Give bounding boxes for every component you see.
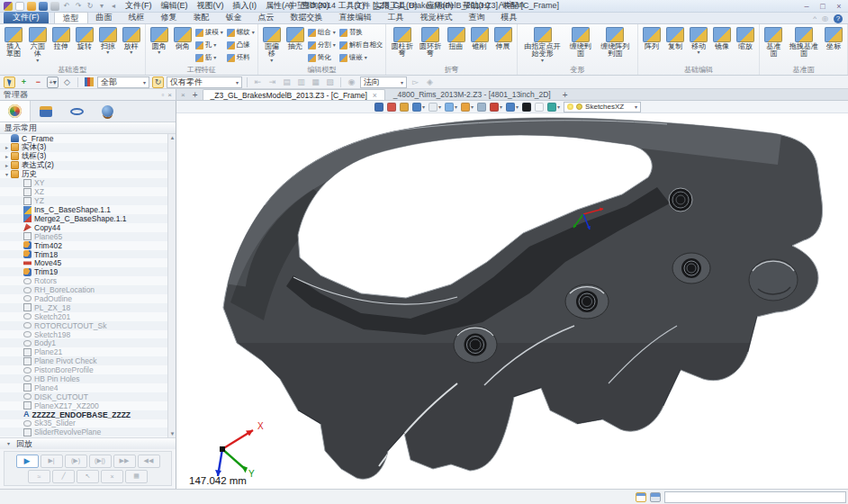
plane-display-icon[interactable]: ▾ [445, 103, 457, 112]
minimize-button[interactable]: – [801, 2, 812, 11]
ribbon-tab-模具[interactable]: 模具 [493, 12, 526, 23]
ribbon-button-凸缘[interactable]: 凸缘 [227, 39, 255, 51]
new-document-button[interactable]: + [563, 90, 568, 100]
print-icon[interactable] [50, 2, 59, 11]
panel-icon[interactable] [650, 492, 661, 502]
close-panel-icon[interactable]: × [167, 91, 172, 99]
ribbon-tab-装配[interactable]: 装配 [185, 12, 218, 23]
ribbon-button-面偏移[interactable]: 面偏移▾ [261, 25, 283, 64]
ribbon-button-基准面[interactable]: 基准面 [762, 25, 785, 59]
chevron-right-icon[interactable]: ▸ [3, 153, 11, 159]
ribbon-button-伸展[interactable]: 伸展 [492, 25, 514, 51]
rewind-button[interactable]: ◀◀ [138, 454, 160, 468]
tree-item-Sketch198[interactable]: Sketch198 [0, 330, 167, 339]
ribbon-button-移动[interactable]: 移动▾ [688, 25, 709, 56]
replay-section-header[interactable]: ▾ 回放 [0, 437, 176, 449]
ribbon-button-螺纹[interactable]: 螺纹▾ [227, 26, 255, 39]
ribbon-tab-直接编辑[interactable]: 直接编辑 [331, 12, 380, 23]
zoom-extents-icon[interactable] [477, 103, 486, 112]
ribbon-tab-查询[interactable]: 查询 [461, 12, 493, 23]
tab-history-manager[interactable] [0, 101, 31, 122]
scroll-down-icon[interactable]: ▼ [169, 431, 176, 436]
filter-icon[interactable] [400, 103, 409, 112]
background-black-swatch[interactable] [522, 103, 531, 112]
ribbon-button-插入草图[interactable]: 插入草图 [3, 25, 25, 59]
tree-item-Sk35_Slider[interactable]: Sk35_Slider [0, 419, 167, 428]
menu-item-3[interactable]: 视图(V) [197, 0, 224, 12]
tree-item-Trim19[interactable]: Trim19 [0, 267, 167, 276]
tree-scrollbar[interactable]: ▲ ▼ [167, 134, 176, 437]
close-button[interactable]: × [834, 2, 844, 11]
fast-forward-button[interactable]: ▶▶ [113, 454, 136, 468]
tab-render-manager[interactable] [92, 101, 122, 122]
chart-icon[interactable] [83, 76, 95, 88]
help-icon[interactable]: ? [834, 14, 843, 23]
tree-item-ROTORCUTOUT_Sk[interactable]: ROTORCUTOUT_Sk [0, 321, 167, 330]
ribbon-button-缠绕阵列到面[interactable]: 缠绕阵列到面 [596, 25, 635, 59]
tree-item-Move45[interactable]: Move45 [0, 258, 167, 267]
tree-item-RH_BoreLocation[interactable]: RH_BoreLocation [0, 285, 167, 294]
tree-item-PadOutline[interactable]: PadOutline [0, 294, 167, 303]
wireframe-cube-icon[interactable]: ▾ [429, 103, 441, 112]
background-white-swatch[interactable] [535, 103, 544, 112]
app-logo[interactable] [4, 2, 13, 11]
menu-item-6[interactable]: 查询(N) [302, 0, 329, 12]
ribbon-button-筋[interactable]: 筋▾ [195, 51, 223, 64]
ribbon-button-缠绕到面[interactable]: 缠绕到面 [567, 25, 594, 59]
ribbon-button-拖拽基准面[interactable]: 拖拽基准面 [787, 25, 821, 59]
ribbon-button-拉伸[interactable]: 拉伸 [50, 25, 72, 51]
ribbon-button-复制[interactable]: 复制 [664, 25, 686, 51]
close-all-tabs-icon[interactable]: × [181, 91, 185, 99]
ribbon-tab-钣金[interactable]: 钣金 [218, 12, 250, 23]
tree-item-XZ[interactable]: XZ [0, 187, 167, 196]
ribbon-button-由指定点开始变形[interactable]: 由指定点开始变形▾ [520, 25, 565, 64]
pencil-tool-button[interactable]: ╱ [52, 470, 75, 483]
ribbon-tab-视觉样式[interactable]: 视觉样式 [412, 12, 461, 23]
layers-icon[interactable]: ▾ [506, 103, 519, 112]
file-menu-button[interactable]: 文件(F) [4, 12, 49, 23]
tree-item-Sketch201[interactable]: Sketch201 [0, 312, 167, 321]
ribbon-tab-工具[interactable]: 工具 [380, 12, 412, 23]
step-to-end-button[interactable]: ▶| [41, 454, 63, 468]
dropdown-arrow-icon[interactable]: ▾ [97, 2, 106, 11]
chevron-down-icon[interactable]: ▾ [3, 171, 11, 177]
save-icon[interactable] [39, 2, 48, 11]
tree-item-Ins_C_BaseShape.1.1[interactable]: Ins_C_BaseShape.1.1 [0, 205, 167, 214]
status-input[interactable] [664, 491, 846, 503]
ribbon-button-坯料[interactable]: 坯料 [227, 51, 255, 64]
tree-item-表达式(2)[interactable]: ▸表达式(2) [0, 161, 167, 170]
redo-icon[interactable]: ↷ [74, 2, 83, 11]
remove-selection-icon[interactable]: − [32, 76, 44, 88]
surface-style-icon[interactable]: ▾ [547, 103, 560, 112]
tree-item-HB Pin Holes[interactable]: HB Pin Holes [0, 374, 167, 383]
add-selection-icon[interactable]: + [18, 76, 30, 88]
ribbon-button-圆环折弯[interactable]: 圆环折弯 [417, 25, 443, 59]
ribbon-button-坐标[interactable]: 坐标 [823, 25, 844, 51]
ribbon-button-旋转[interactable]: 旋转 [74, 25, 95, 51]
chevron-right-icon[interactable]: ▸ [3, 162, 11, 168]
ribbon-tab-数据交换[interactable]: 数据交换 [283, 12, 331, 23]
ribbon-button-镶嵌[interactable]: 镶嵌▾ [339, 51, 383, 64]
show-common-bar[interactable]: 显示常用 [0, 122, 176, 134]
tree-item-C_Frame[interactable]: C_Frame [0, 134, 167, 143]
tree-item-Body1[interactable]: Body1 [0, 338, 167, 347]
ribbon-button-解析自相交[interactable]: 解析自相交 [339, 39, 383, 51]
ribbon-tab-修复[interactable]: 修复 [153, 12, 185, 23]
delete-button[interactable]: × [101, 470, 123, 483]
ribbon-tab-曲面[interactable]: 曲面 [88, 12, 121, 23]
shaded-cube-icon[interactable]: ▾ [412, 103, 425, 112]
scroll-up-icon[interactable]: ▲ [169, 135, 176, 140]
tree-item-SliderRevolvePlane[interactable]: SliderRevolvePlane [0, 428, 167, 436]
undo-icon[interactable]: ↶ [62, 2, 71, 11]
sync-icon[interactable]: ↻ [86, 2, 95, 11]
tree-item-Rotors[interactable]: Rotors [0, 276, 167, 285]
open-file-icon[interactable] [27, 2, 36, 11]
circle-display-icon[interactable]: ▾ [461, 103, 474, 112]
tree-item-PlaneXZ17_XZ200[interactable]: PlaneXZ17_XZ200 [0, 401, 167, 410]
ribbon-button-放样[interactable]: 放样▾ [121, 25, 142, 56]
menu-item-9[interactable]: 应用(P) [427, 0, 454, 12]
tree-item-Plane4[interactable]: Plane4 [0, 383, 167, 392]
add-box-icon[interactable]: +▾ [47, 76, 59, 88]
tree-item-Plane Pivot Check[interactable]: Plane Pivot Check [0, 356, 167, 365]
menu-item-8[interactable]: 实用工具(U) [374, 0, 418, 12]
